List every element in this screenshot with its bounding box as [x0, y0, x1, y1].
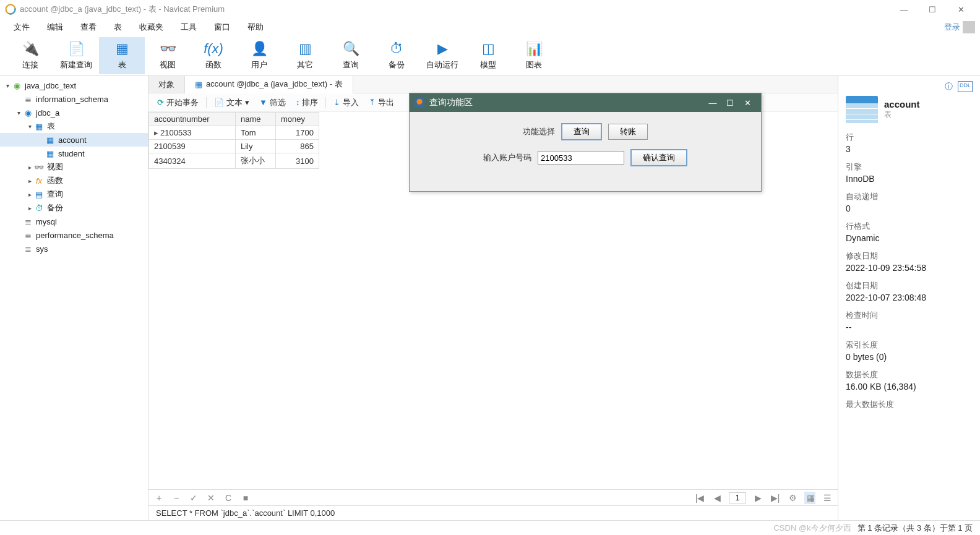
tree-item-account[interactable]: ▦account: [0, 133, 148, 147]
connection-tree[interactable]: ▾◉java_jdbc_text≣information_schema▾◉jdb…: [0, 76, 148, 520]
prev-page-button[interactable]: ◀: [711, 493, 723, 503]
dialog-max-button[interactable]: ☐: [721, 98, 739, 108]
import-button[interactable]: ⤓导入: [330, 96, 363, 109]
col-accountnumber[interactable]: accountnumber: [149, 113, 236, 126]
table-row[interactable]: ▸2100533Tom1700: [149, 126, 319, 140]
toolbar-table[interactable]: ▦表: [99, 37, 145, 74]
toolbar-other[interactable]: ▥其它: [282, 37, 328, 74]
filter-button[interactable]: ▼筛选: [256, 96, 290, 109]
tree-item-information_schema[interactable]: ≣information_schema: [0, 92, 148, 106]
form-view-button[interactable]: ☰: [822, 493, 833, 503]
menu-file[interactable]: 文件: [5, 19, 38, 35]
dialog-close-button[interactable]: ✕: [739, 98, 756, 108]
sql-preview: SELECT * FROM `jdbc_a`.`account` LIMIT 0…: [148, 505, 838, 520]
tree-item-jdbc_a[interactable]: ▾◉jdbc_a: [0, 106, 148, 119]
col-name[interactable]: name: [236, 113, 276, 126]
tree-item-视图[interactable]: ▸👓视图: [0, 160, 148, 174]
fx-icon: fx: [33, 176, 45, 186]
table-row[interactable]: 2100539Lily865: [149, 140, 319, 153]
minimize-button[interactable]: —: [890, 0, 918, 19]
sort-button[interactable]: ↕排序: [292, 96, 322, 109]
toolbar-fx[interactable]: f(x)函数: [191, 37, 236, 74]
tree-item-表[interactable]: ▾▦表: [0, 119, 148, 133]
toolbar-chart[interactable]: 📊图表: [511, 37, 557, 74]
tree-item-sys[interactable]: ≣sys: [0, 242, 148, 255]
transfer-button[interactable]: 转账: [608, 124, 648, 140]
grid-footer: + − ✓ ✕ C ■ |◀ ◀ ▶ ▶| ⚙ ▦ ☰: [148, 489, 838, 505]
toolbar-auto[interactable]: ▶自动运行: [419, 37, 465, 74]
caret-icon[interactable]: ▸: [26, 178, 33, 184]
add-row-button[interactable]: +: [153, 493, 165, 503]
toolbar-user[interactable]: 👤用户: [236, 37, 282, 74]
cancel-button[interactable]: ✕: [205, 493, 217, 503]
commit-button[interactable]: ✓: [188, 493, 199, 503]
menu-edit[interactable]: 编辑: [38, 19, 72, 35]
db-blue-icon: ◉: [22, 108, 33, 118]
table-large-icon: [846, 96, 878, 123]
tree-item-performance_schema[interactable]: ≣performance_schema: [0, 228, 148, 242]
toolbar-sheet[interactable]: 📄新建查询: [53, 37, 99, 74]
ddl-icon[interactable]: DDL: [958, 81, 973, 92]
last-page-button[interactable]: ▶|: [770, 493, 781, 503]
toolbar-query[interactable]: 🔍查询: [328, 37, 374, 74]
first-page-button[interactable]: |◀: [694, 493, 705, 503]
schema-icon: ≣: [22, 244, 33, 254]
info-icon[interactable]: ⓘ: [945, 81, 953, 92]
refresh-button[interactable]: C: [223, 493, 234, 503]
tree-item-查询[interactable]: ▸▤查询: [0, 187, 148, 201]
tab-objects[interactable]: 对象: [148, 76, 185, 93]
text-button[interactable]: 📄文本 ▾: [210, 96, 253, 109]
caret-icon[interactable]: ▾: [15, 109, 22, 116]
maximize-button[interactable]: ☐: [918, 0, 947, 19]
page-input[interactable]: [729, 492, 746, 503]
settings-button[interactable]: ⚙: [787, 493, 798, 503]
caret-icon[interactable]: ▸: [26, 205, 33, 212]
dialog-min-button[interactable]: —: [704, 98, 721, 108]
filter-icon: ▼: [259, 98, 267, 107]
menu-fav[interactable]: 收藏夹: [131, 19, 172, 35]
avatar-icon[interactable]: [963, 21, 975, 33]
tree-item-备份[interactable]: ▸⏱备份: [0, 201, 148, 215]
tree-item-java_jdbc_text[interactable]: ▾◉java_jdbc_text: [0, 79, 148, 92]
tab-account-table[interactable]: ▦ account @jdbc_a (java_jdbc_text) - 表: [185, 76, 353, 93]
menu-view[interactable]: 查看: [72, 19, 105, 35]
next-page-button[interactable]: ▶: [752, 493, 763, 503]
login-link[interactable]: 登录: [944, 22, 960, 33]
tree-item-student[interactable]: ▦student: [0, 147, 148, 160]
backup-icon: ⏱: [389, 41, 405, 57]
delete-row-button[interactable]: −: [171, 493, 182, 503]
menu-tools[interactable]: 工具: [172, 19, 205, 35]
info-修改日期: 修改日期2022-10-09 23:54:58: [846, 250, 973, 273]
caret-icon[interactable]: ▾: [4, 82, 11, 89]
caret-icon[interactable]: ▸: [26, 164, 33, 171]
export-button[interactable]: ⤒导出: [365, 96, 398, 109]
menu-table[interactable]: 表: [105, 19, 131, 35]
tree-item-mysql[interactable]: ≣mysql: [0, 215, 148, 228]
account-input[interactable]: [538, 151, 624, 165]
menu-window[interactable]: 窗口: [205, 19, 239, 35]
content-tabs: 对象 ▦ account @jdbc_a (java_jdbc_text) - …: [148, 76, 838, 93]
grid-view-button[interactable]: ▦: [804, 492, 815, 504]
tx-icon: ⟳: [157, 98, 164, 107]
dialog-titlebar[interactable]: 查询功能区 — ☐ ✕: [410, 93, 761, 112]
confirm-query-button[interactable]: 确认查询: [630, 149, 687, 166]
toolbar-model[interactable]: ◫模型: [465, 37, 511, 74]
table-icon: ▦: [114, 41, 130, 57]
toolbar-backup[interactable]: ⏱备份: [374, 37, 419, 74]
schema-icon: ≣: [22, 230, 33, 240]
window-title: account @jdbc_a (java_jdbc_text) - 表 - N…: [20, 4, 890, 15]
stop-button[interactable]: ■: [240, 493, 251, 503]
tree-item-函数[interactable]: ▸fx函数: [0, 174, 148, 187]
caret-icon[interactable]: ▸: [26, 191, 33, 198]
caret-icon[interactable]: ▾: [26, 123, 33, 130]
query-icon: ▤: [33, 189, 45, 199]
toolbar-plug[interactable]: 🔌连接: [7, 37, 53, 74]
close-button[interactable]: ✕: [947, 0, 975, 19]
query-button[interactable]: 查询: [561, 123, 602, 140]
col-money[interactable]: money: [276, 113, 319, 126]
menu-help[interactable]: 帮助: [239, 19, 272, 35]
table-row[interactable]: 4340324张小小3100: [149, 153, 319, 169]
data-grid[interactable]: accountnumbernamemoney▸2100533Tom1700210…: [148, 112, 319, 169]
begin-transaction-button[interactable]: ⟳开始事务: [153, 96, 202, 109]
toolbar-view[interactable]: 👓视图: [145, 37, 191, 74]
